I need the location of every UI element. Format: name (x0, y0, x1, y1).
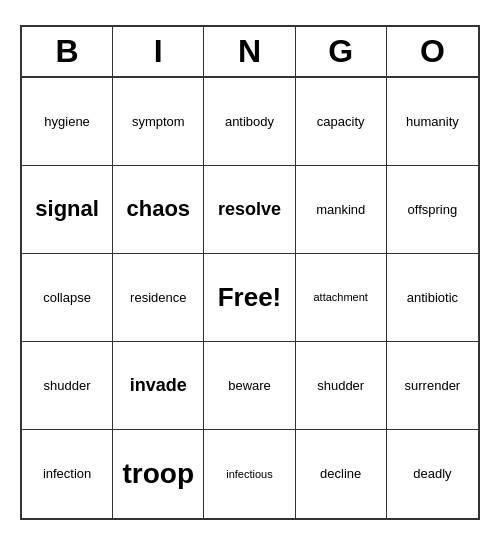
bingo-cell-3-4: surrender (387, 342, 478, 430)
bingo-cell-3-2: beware (204, 342, 295, 430)
bingo-card: BINGO hygienesymptomantibodycapacityhuma… (20, 25, 480, 520)
bingo-cell-1-1: chaos (113, 166, 204, 254)
header-letter: N (204, 27, 295, 76)
bingo-header: BINGO (22, 27, 478, 78)
bingo-cell-4-3: decline (296, 430, 387, 518)
bingo-cell-0-0: hygiene (22, 78, 113, 166)
bingo-cell-0-2: antibody (204, 78, 295, 166)
bingo-cell-2-1: residence (113, 254, 204, 342)
bingo-cell-2-2: Free! (204, 254, 295, 342)
bingo-grid: hygienesymptomantibodycapacityhumanitysi… (22, 78, 478, 518)
header-letter: I (113, 27, 204, 76)
bingo-cell-4-2: infectious (204, 430, 295, 518)
bingo-cell-3-3: shudder (296, 342, 387, 430)
header-letter: G (296, 27, 387, 76)
bingo-cell-4-0: infection (22, 430, 113, 518)
header-letter: B (22, 27, 113, 76)
bingo-cell-2-0: collapse (22, 254, 113, 342)
bingo-cell-1-2: resolve (204, 166, 295, 254)
header-letter: O (387, 27, 478, 76)
bingo-cell-2-3: attachment (296, 254, 387, 342)
bingo-cell-1-4: offspring (387, 166, 478, 254)
bingo-cell-1-0: signal (22, 166, 113, 254)
bingo-cell-0-4: humanity (387, 78, 478, 166)
bingo-cell-0-1: symptom (113, 78, 204, 166)
bingo-cell-3-1: invade (113, 342, 204, 430)
bingo-cell-0-3: capacity (296, 78, 387, 166)
bingo-cell-2-4: antibiotic (387, 254, 478, 342)
bingo-cell-4-1: troop (113, 430, 204, 518)
bingo-cell-3-0: shudder (22, 342, 113, 430)
bingo-cell-1-3: mankind (296, 166, 387, 254)
bingo-cell-4-4: deadly (387, 430, 478, 518)
